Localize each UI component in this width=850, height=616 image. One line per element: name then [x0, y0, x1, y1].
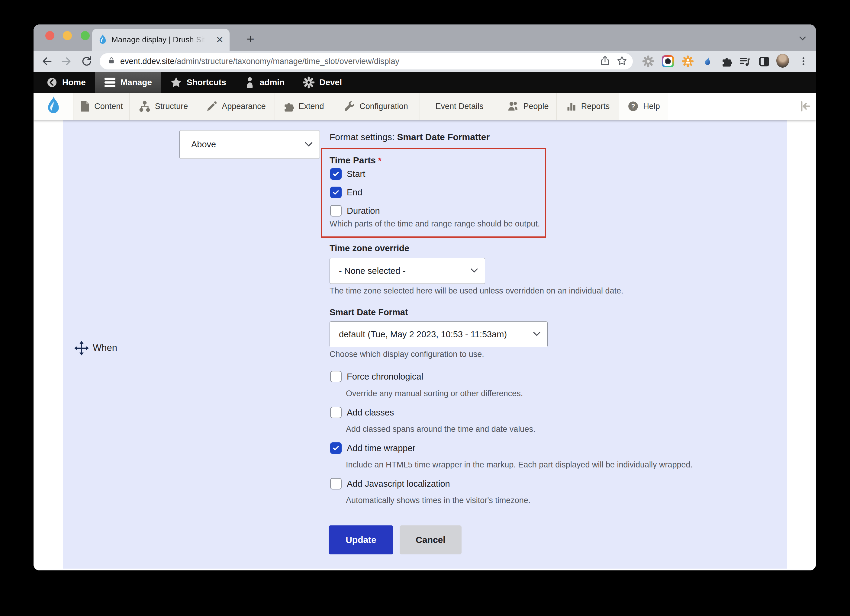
tab-close-icon[interactable]: ✕	[216, 35, 223, 44]
checkbox-label: Add time wrapper	[347, 443, 415, 453]
extensions-puzzle-icon[interactable]	[720, 55, 733, 68]
format-settings-heading: Format settings: Smart Date Formatter	[329, 132, 489, 142]
chevron-down-icon	[532, 329, 542, 340]
people-icon	[507, 100, 519, 112]
option-description: Include an HTML5 time wrapper in the mar…	[346, 460, 693, 469]
tab-search-chevron-icon[interactable]	[795, 31, 810, 46]
menu-item-label: Structure	[155, 102, 188, 111]
checkbox-label: Duration	[347, 206, 380, 216]
smart-date-format-value: default (Tue, May 2 2023, 10:53 - 11:53a…	[339, 329, 507, 339]
option-row: Add classes	[330, 407, 394, 418]
menu-item-label: Configuration	[359, 102, 408, 111]
smart-date-format-label: Smart Date Format	[329, 307, 408, 317]
toolbar-item-devel[interactable]: Devel	[293, 72, 351, 93]
menu-item-event-details[interactable]: Event Details	[420, 93, 499, 120]
document-icon	[80, 100, 90, 112]
add-classes-checkbox[interactable]	[330, 407, 342, 418]
bar-chart-icon	[566, 100, 577, 112]
minimize-window-button[interactable]	[63, 31, 72, 40]
toolbar-item-label: Manage	[121, 78, 152, 87]
menu-item-content[interactable]: Content	[73, 93, 130, 120]
option-description: Automatically shows times in the visitor…	[346, 496, 530, 505]
update-button[interactable]: Update	[329, 525, 393, 555]
menu-item-reports[interactable]: Reports	[557, 93, 619, 120]
browser-tab[interactable]: Manage display | Drush Site-Ins ✕	[92, 29, 230, 51]
timezone-select[interactable]: - None selected -	[329, 258, 485, 284]
url-text: event.ddev.site/admin/structure/taxonomy…	[120, 57, 399, 66]
sidebar-toggle-icon[interactable]	[758, 55, 771, 68]
smart-date-format-select[interactable]: default (Tue, May 2 2023, 10:53 - 11:53a…	[329, 321, 548, 347]
force-chronological-checkbox[interactable]	[330, 371, 342, 382]
url-path: /admin/structure/taxonomy/manage/time_sl…	[175, 57, 399, 66]
drupal-admin-toolbar: Home Manage Shortcuts admin Devel	[33, 72, 816, 93]
end-checkbox[interactable]	[330, 187, 342, 198]
toolbar-item-home[interactable]: Home	[37, 72, 95, 93]
smart-date-format-description: Choose which display configuration to us…	[329, 350, 484, 359]
menu-item-extend[interactable]: Extend	[275, 93, 332, 120]
checkbox-label: Force chronological	[347, 372, 423, 382]
menu-item-help[interactable]: ? Help	[619, 93, 668, 120]
label-position-select[interactable]: Above	[180, 130, 320, 159]
menu-item-structure[interactable]: Structure	[130, 93, 197, 120]
browser-menu-icon[interactable]	[797, 55, 810, 68]
tab-title: Manage display | Drush Site-Ins	[111, 35, 205, 44]
start-checkbox[interactable]	[330, 168, 342, 180]
toolbar-item-admin[interactable]: admin	[235, 72, 293, 93]
menu-item-appearance[interactable]: Appearance	[197, 93, 275, 120]
drag-handle-icon[interactable]	[74, 341, 89, 357]
option-row: Add time wrapper	[330, 443, 415, 454]
toolbar-item-manage[interactable]: Manage	[95, 72, 161, 93]
star-icon	[170, 76, 182, 88]
duration-checkbox[interactable]	[330, 205, 342, 217]
url-domain: event.ddev.site	[120, 57, 175, 66]
forward-icon[interactable]	[60, 55, 73, 68]
toolbar-item-label: admin	[260, 78, 284, 87]
home-icon	[46, 77, 58, 88]
wrench-icon	[344, 100, 355, 112]
field-row-label: When	[93, 342, 117, 353]
menu-item-configuration[interactable]: Configuration	[332, 93, 420, 120]
toolbar-item-label: Home	[62, 78, 86, 87]
menu-icon	[104, 77, 116, 88]
add-time-wrapper-checkbox[interactable]	[330, 443, 342, 454]
drupal-logo[interactable]	[33, 93, 73, 120]
heading-prefix: Format settings:	[329, 132, 397, 142]
browser-window: Manage display | Drush Site-Ins ✕ +	[33, 24, 816, 570]
bookmark-star-icon[interactable]	[617, 55, 627, 67]
extension-gear-icon[interactable]	[642, 55, 655, 68]
collapse-toolbar-icon[interactable]	[798, 93, 812, 120]
option-row: Force chronological	[330, 371, 423, 382]
zoom-window-button[interactable]	[81, 31, 90, 40]
timezone-value: - None selected -	[339, 266, 406, 276]
back-icon[interactable]	[40, 55, 54, 68]
menu-item-label: Event Details	[435, 102, 483, 111]
reload-icon[interactable]	[80, 55, 93, 68]
svg-text:?: ?	[631, 103, 635, 110]
cancel-button[interactable]: Cancel	[400, 525, 462, 555]
menu-item-label: Help	[643, 102, 660, 111]
extension-orange-gear-icon[interactable]	[681, 55, 694, 68]
toolbar-item-shortcuts[interactable]: Shortcuts	[161, 72, 235, 93]
time-parts-label: Time Parts*	[329, 155, 382, 166]
option-row: Add Javascript localization	[330, 478, 450, 489]
close-window-button[interactable]	[45, 31, 54, 40]
lock-icon[interactable]	[108, 57, 115, 66]
puzzle-icon	[283, 100, 294, 112]
profile-avatar[interactable]	[776, 54, 789, 67]
add-javascript-localization-checkbox[interactable]	[330, 478, 342, 489]
extension-flame-icon[interactable]	[701, 55, 714, 68]
heading-formatter-name: Smart Date Formatter	[397, 132, 489, 142]
checkbox-label: Start	[347, 169, 365, 179]
extension-camera-icon[interactable]	[661, 55, 674, 68]
new-tab-button[interactable]: +	[242, 30, 259, 48]
page-content: When Above Format settings: Smart Date F…	[33, 120, 816, 570]
tab-strip: Manage display | Drush Site-Ins ✕ +	[33, 24, 816, 51]
chevron-down-icon	[469, 265, 479, 277]
address-bar[interactable]: event.ddev.site/admin/structure/taxonomy…	[100, 53, 633, 69]
chevron-down-icon	[303, 139, 314, 151]
share-icon[interactable]	[600, 55, 611, 67]
menu-item-label: People	[523, 102, 549, 111]
question-icon: ?	[627, 100, 639, 112]
playlist-icon[interactable]	[739, 55, 751, 68]
menu-item-people[interactable]: People	[499, 93, 557, 120]
